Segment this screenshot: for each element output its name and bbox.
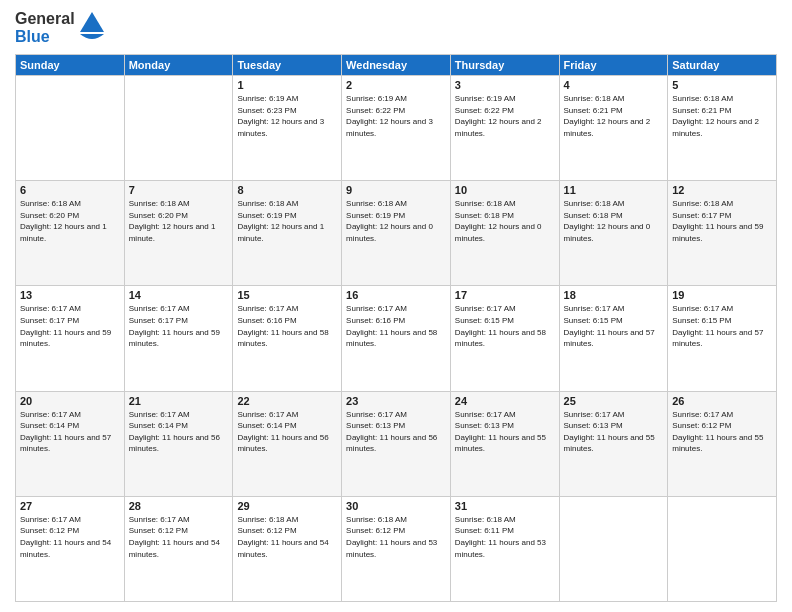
calendar-header-friday: Friday [559, 55, 668, 76]
day-number: 17 [455, 289, 555, 301]
day-number: 13 [20, 289, 120, 301]
day-info: Sunrise: 6:18 AM Sunset: 6:20 PM Dayligh… [20, 198, 120, 244]
logo-sail-icon [78, 10, 106, 46]
day-info: Sunrise: 6:17 AM Sunset: 6:12 PM Dayligh… [672, 409, 772, 455]
calendar-cell: 2Sunrise: 6:19 AM Sunset: 6:22 PM Daylig… [342, 76, 451, 181]
day-number: 26 [672, 395, 772, 407]
day-info: Sunrise: 6:17 AM Sunset: 6:16 PM Dayligh… [237, 303, 337, 349]
calendar-week-row: 13Sunrise: 6:17 AM Sunset: 6:17 PM Dayli… [16, 286, 777, 391]
calendar-cell: 23Sunrise: 6:17 AM Sunset: 6:13 PM Dayli… [342, 391, 451, 496]
day-info: Sunrise: 6:17 AM Sunset: 6:14 PM Dayligh… [237, 409, 337, 455]
day-info: Sunrise: 6:17 AM Sunset: 6:13 PM Dayligh… [455, 409, 555, 455]
day-number: 14 [129, 289, 229, 301]
calendar-cell [668, 496, 777, 601]
day-number: 29 [237, 500, 337, 512]
day-number: 23 [346, 395, 446, 407]
calendar-cell [16, 76, 125, 181]
day-info: Sunrise: 6:17 AM Sunset: 6:16 PM Dayligh… [346, 303, 446, 349]
calendar-header-tuesday: Tuesday [233, 55, 342, 76]
day-number: 22 [237, 395, 337, 407]
calendar-week-row: 1Sunrise: 6:19 AM Sunset: 6:23 PM Daylig… [16, 76, 777, 181]
calendar-header-sunday: Sunday [16, 55, 125, 76]
day-number: 21 [129, 395, 229, 407]
day-number: 12 [672, 184, 772, 196]
day-info: Sunrise: 6:17 AM Sunset: 6:17 PM Dayligh… [129, 303, 229, 349]
day-info: Sunrise: 6:18 AM Sunset: 6:18 PM Dayligh… [564, 198, 664, 244]
calendar-cell: 27Sunrise: 6:17 AM Sunset: 6:12 PM Dayli… [16, 496, 125, 601]
day-info: Sunrise: 6:18 AM Sunset: 6:12 PM Dayligh… [237, 514, 337, 560]
day-info: Sunrise: 6:17 AM Sunset: 6:15 PM Dayligh… [455, 303, 555, 349]
calendar-cell: 28Sunrise: 6:17 AM Sunset: 6:12 PM Dayli… [124, 496, 233, 601]
day-number: 7 [129, 184, 229, 196]
calendar-cell: 9Sunrise: 6:18 AM Sunset: 6:19 PM Daylig… [342, 181, 451, 286]
day-number: 30 [346, 500, 446, 512]
day-info: Sunrise: 6:17 AM Sunset: 6:12 PM Dayligh… [20, 514, 120, 560]
day-number: 8 [237, 184, 337, 196]
header: General Blue [15, 10, 777, 46]
day-number: 10 [455, 184, 555, 196]
calendar-week-row: 27Sunrise: 6:17 AM Sunset: 6:12 PM Dayli… [16, 496, 777, 601]
calendar-cell: 11Sunrise: 6:18 AM Sunset: 6:18 PM Dayli… [559, 181, 668, 286]
calendar-cell: 25Sunrise: 6:17 AM Sunset: 6:13 PM Dayli… [559, 391, 668, 496]
calendar-cell: 29Sunrise: 6:18 AM Sunset: 6:12 PM Dayli… [233, 496, 342, 601]
calendar-week-row: 6Sunrise: 6:18 AM Sunset: 6:20 PM Daylig… [16, 181, 777, 286]
day-info: Sunrise: 6:17 AM Sunset: 6:15 PM Dayligh… [564, 303, 664, 349]
day-info: Sunrise: 6:18 AM Sunset: 6:17 PM Dayligh… [672, 198, 772, 244]
logo-general-text: General [15, 10, 75, 28]
day-info: Sunrise: 6:17 AM Sunset: 6:14 PM Dayligh… [129, 409, 229, 455]
day-number: 3 [455, 79, 555, 91]
day-info: Sunrise: 6:18 AM Sunset: 6:19 PM Dayligh… [237, 198, 337, 244]
day-number: 6 [20, 184, 120, 196]
day-number: 28 [129, 500, 229, 512]
day-info: Sunrise: 6:18 AM Sunset: 6:21 PM Dayligh… [672, 93, 772, 139]
calendar-cell: 13Sunrise: 6:17 AM Sunset: 6:17 PM Dayli… [16, 286, 125, 391]
day-info: Sunrise: 6:17 AM Sunset: 6:14 PM Dayligh… [20, 409, 120, 455]
calendar-cell: 7Sunrise: 6:18 AM Sunset: 6:20 PM Daylig… [124, 181, 233, 286]
calendar-cell: 26Sunrise: 6:17 AM Sunset: 6:12 PM Dayli… [668, 391, 777, 496]
day-info: Sunrise: 6:19 AM Sunset: 6:22 PM Dayligh… [346, 93, 446, 139]
calendar-cell [559, 496, 668, 601]
day-number: 19 [672, 289, 772, 301]
day-number: 18 [564, 289, 664, 301]
day-number: 20 [20, 395, 120, 407]
calendar-cell: 20Sunrise: 6:17 AM Sunset: 6:14 PM Dayli… [16, 391, 125, 496]
calendar-week-row: 20Sunrise: 6:17 AM Sunset: 6:14 PM Dayli… [16, 391, 777, 496]
day-info: Sunrise: 6:17 AM Sunset: 6:13 PM Dayligh… [346, 409, 446, 455]
calendar-header-thursday: Thursday [450, 55, 559, 76]
calendar-header-row: SundayMondayTuesdayWednesdayThursdayFrid… [16, 55, 777, 76]
day-info: Sunrise: 6:18 AM Sunset: 6:12 PM Dayligh… [346, 514, 446, 560]
day-info: Sunrise: 6:19 AM Sunset: 6:22 PM Dayligh… [455, 93, 555, 139]
day-info: Sunrise: 6:19 AM Sunset: 6:23 PM Dayligh… [237, 93, 337, 139]
calendar-cell: 31Sunrise: 6:18 AM Sunset: 6:11 PM Dayli… [450, 496, 559, 601]
day-number: 24 [455, 395, 555, 407]
calendar-table: SundayMondayTuesdayWednesdayThursdayFrid… [15, 54, 777, 602]
day-info: Sunrise: 6:17 AM Sunset: 6:13 PM Dayligh… [564, 409, 664, 455]
calendar-cell: 17Sunrise: 6:17 AM Sunset: 6:15 PM Dayli… [450, 286, 559, 391]
calendar-cell: 10Sunrise: 6:18 AM Sunset: 6:18 PM Dayli… [450, 181, 559, 286]
day-number: 1 [237, 79, 337, 91]
day-info: Sunrise: 6:17 AM Sunset: 6:12 PM Dayligh… [129, 514, 229, 560]
logo-area: General Blue [15, 10, 106, 46]
day-number: 31 [455, 500, 555, 512]
svg-marker-0 [80, 12, 104, 32]
day-info: Sunrise: 6:18 AM Sunset: 6:11 PM Dayligh… [455, 514, 555, 560]
page: General Blue SundayMondayTuesdayWednesda… [0, 0, 792, 612]
calendar-cell: 22Sunrise: 6:17 AM Sunset: 6:14 PM Dayli… [233, 391, 342, 496]
calendar-cell: 21Sunrise: 6:17 AM Sunset: 6:14 PM Dayli… [124, 391, 233, 496]
calendar-header-monday: Monday [124, 55, 233, 76]
calendar-cell: 8Sunrise: 6:18 AM Sunset: 6:19 PM Daylig… [233, 181, 342, 286]
logo-blue-text: Blue [15, 28, 75, 46]
calendar-cell: 19Sunrise: 6:17 AM Sunset: 6:15 PM Dayli… [668, 286, 777, 391]
calendar-cell: 6Sunrise: 6:18 AM Sunset: 6:20 PM Daylig… [16, 181, 125, 286]
day-info: Sunrise: 6:17 AM Sunset: 6:17 PM Dayligh… [20, 303, 120, 349]
calendar-cell: 16Sunrise: 6:17 AM Sunset: 6:16 PM Dayli… [342, 286, 451, 391]
day-info: Sunrise: 6:18 AM Sunset: 6:19 PM Dayligh… [346, 198, 446, 244]
calendar-header-wednesday: Wednesday [342, 55, 451, 76]
day-info: Sunrise: 6:18 AM Sunset: 6:18 PM Dayligh… [455, 198, 555, 244]
calendar-cell: 5Sunrise: 6:18 AM Sunset: 6:21 PM Daylig… [668, 76, 777, 181]
calendar-cell: 14Sunrise: 6:17 AM Sunset: 6:17 PM Dayli… [124, 286, 233, 391]
calendar-cell: 15Sunrise: 6:17 AM Sunset: 6:16 PM Dayli… [233, 286, 342, 391]
calendar-cell [124, 76, 233, 181]
day-info: Sunrise: 6:17 AM Sunset: 6:15 PM Dayligh… [672, 303, 772, 349]
day-number: 15 [237, 289, 337, 301]
